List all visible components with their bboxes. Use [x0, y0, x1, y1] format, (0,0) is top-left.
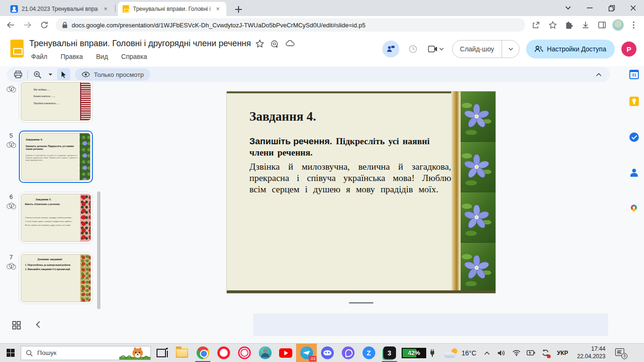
maps-icon[interactable]: [629, 204, 639, 214]
keep-notes-icon[interactable]: [629, 97, 639, 106]
collapse-filmstrip-chevron-left[interactable]: [36, 321, 45, 330]
volume-icon[interactable]: [497, 349, 506, 357]
browser-menu-kebab-icon[interactable]: [627, 19, 640, 31]
back-button[interactable]: [4, 18, 17, 32]
slideshow-button[interactable]: Слайд-шоу: [453, 41, 503, 58]
cloud-status-icon[interactable]: [286, 40, 295, 47]
calendar-icon[interactable]: 31: [629, 70, 639, 79]
reload-button[interactable]: [38, 18, 51, 32]
slide4-animation-icon[interactable]: [7, 86, 17, 93]
select-cursor-tool[interactable]: [57, 68, 70, 81]
view-only-mode-badge[interactable]: Только просмотр: [75, 68, 150, 81]
wifi-icon[interactable]: [512, 349, 520, 357]
slide-body-text[interactable]: Дзвінка й милозвучна, велична й загадков…: [249, 161, 451, 195]
filmstrip-scrollbar[interactable]: [97, 191, 100, 309]
toolbar-collapse-chevron[interactable]: [596, 70, 602, 78]
url-omnibox[interactable]: docs.google.com/presentation/d/1WJFbESVc…: [56, 18, 525, 32]
contacts-icon[interactable]: [629, 168, 639, 178]
restore-button[interactable]: [601, 0, 622, 16]
tab-search-chevron-icon[interactable]: [557, 0, 579, 16]
share-page-icon[interactable]: [530, 19, 542, 31]
tasks-icon[interactable]: [629, 132, 639, 142]
speaker-notes-bar[interactable]: [253, 313, 608, 336]
account-avatar[interactable]: P: [621, 41, 636, 57]
file-explorer-button[interactable]: [172, 344, 192, 362]
move-shared-drive-icon[interactable]: [271, 40, 279, 48]
app3-taskbar-button[interactable]: 3: [379, 344, 400, 362]
slide6-subtitle: Вивчіть «Означення» у реченнях.: [25, 203, 78, 206]
taskbar-search-box[interactable]: Пошук: [21, 346, 151, 360]
plus-icon: [235, 6, 242, 13]
tray-time: 17:44: [577, 346, 605, 353]
task-view-button[interactable]: [151, 344, 172, 362]
sync-error-icon[interactable]: [541, 349, 550, 357]
browser-tab-2-active[interactable]: Тренувальні вправи. Головні і д ×: [118, 2, 226, 16]
browser-profile-avatar[interactable]: [612, 19, 624, 31]
slide5-flower-strip: [80, 133, 90, 180]
telegram-taskbar-button[interactable]: .03: [296, 344, 317, 362]
slide-subtitle[interactable]: Запишіть речення. Підкресліть усі наявні…: [249, 136, 451, 158]
bookmark-star-icon[interactable]: [546, 19, 559, 31]
power-battery-icon[interactable]: [527, 349, 535, 357]
notification-center-button[interactable]: 3: [615, 348, 627, 358]
zoom-tool-button[interactable]: [31, 68, 44, 81]
chrome-taskbar-button[interactable]: [192, 344, 213, 362]
slide6-line: А небо голубе дивне, плинуть хмарки тихо…: [25, 220, 78, 223]
youtube-taskbar-button[interactable]: [275, 344, 296, 362]
document-title[interactable]: Тренувальні вправи. Головні і другорядні…: [29, 39, 251, 49]
search-placeholder: Пошук: [37, 349, 57, 356]
sferum-taskbar-button[interactable]: [255, 344, 275, 362]
minimize-button[interactable]: [579, 0, 601, 16]
close-window-button[interactable]: [622, 0, 644, 16]
zoom-dropdown-icon[interactable]: [44, 68, 57, 81]
thumbnail-slide-5-selected[interactable]: Завдання 4. Запишіть речення. Підкресліт…: [19, 131, 93, 183]
thumbnail-slide-4[interactable]: Ми любимо…. Кожен пам'ятає ….. Українці …: [19, 80, 93, 123]
extensions-puzzle-icon[interactable]: [563, 19, 575, 31]
slide6-title: Завдання 5.: [35, 197, 78, 201]
tab-close-icon[interactable]: ×: [102, 5, 109, 13]
menu-file[interactable]: Файл: [29, 52, 49, 61]
menu-view[interactable]: Вид: [94, 52, 110, 61]
menu-help[interactable]: Справка: [119, 52, 149, 61]
grid-view-button[interactable]: [12, 321, 22, 330]
download-icon[interactable]: [579, 19, 592, 31]
notes-resize-handle[interactable]: [349, 302, 373, 304]
discord-taskbar-button[interactable]: [317, 344, 338, 362]
weather-widget[interactable]: 16°C: [444, 348, 476, 358]
slide6-preview: Завдання 5. Вивчіть «Означення» у реченн…: [21, 194, 91, 242]
thumbnail-slide-6[interactable]: Завдання 5. Вивчіть «Означення» у реченн…: [19, 192, 93, 244]
slideshow-dropdown[interactable]: [502, 41, 519, 58]
search-highlight-fox-image: [119, 346, 150, 360]
browser-tab-1[interactable]: 21.04.2023 Тренувальні вправи ×: [6, 2, 114, 16]
current-slide-canvas[interactable]: Завдання 4. Запишіть речення. Підкресліт…: [227, 91, 495, 293]
hidden-icons-chevron[interactable]: [483, 349, 491, 357]
zoom-taskbar-button[interactable]: Z: [358, 344, 379, 362]
opera-taskbar-button[interactable]: [213, 344, 234, 362]
viber-taskbar-button[interactable]: [338, 344, 358, 362]
slide4-line: Кожен пам'ятає …..: [33, 93, 78, 99]
comments-people-button[interactable]: [382, 41, 399, 58]
language-indicator[interactable]: УКР: [557, 350, 568, 356]
meet-camera-button[interactable]: [427, 42, 446, 56]
star-document-icon[interactable]: [256, 40, 264, 48]
google-slides-logo[interactable]: [10, 40, 24, 58]
new-tab-button[interactable]: [233, 4, 244, 15]
tab-close-icon[interactable]: ×: [214, 5, 222, 13]
menu-edit[interactable]: Правка: [58, 52, 84, 61]
thumbnail-slide-7[interactable]: Домашнє завдання! 1. Підготуйтесь до кон…: [19, 252, 93, 304]
battery-indicator-widget[interactable]: 42%: [402, 348, 426, 358]
version-history-icon[interactable]: [406, 42, 420, 56]
window-controls: [557, 0, 644, 16]
forward-button[interactable]: [21, 18, 34, 32]
people-icon: [535, 46, 543, 52]
start-button[interactable]: [0, 344, 21, 362]
share-settings-button[interactable]: Настройки Доступа: [526, 40, 615, 58]
slide5-animation-icon[interactable]: [7, 141, 17, 149]
slide6-animation-icon[interactable]: [7, 203, 17, 210]
side-panel-icon[interactable]: [596, 19, 608, 31]
clock-widget[interactable]: 17:44 22.04.2023: [577, 346, 605, 360]
opera-gx-taskbar-button[interactable]: [234, 344, 255, 362]
slide7-animation-icon[interactable]: [7, 263, 17, 271]
slide-title[interactable]: Завдання 4.: [249, 109, 316, 124]
print-button[interactable]: [11, 68, 25, 81]
